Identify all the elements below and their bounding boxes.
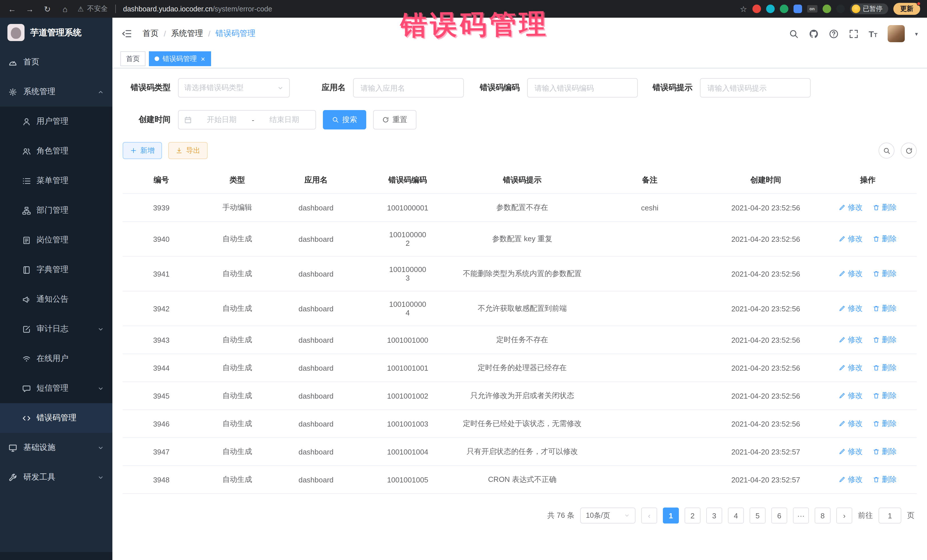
sidebar-item-notices[interactable]: 通知公告: [0, 285, 112, 314]
edit-link[interactable]: 修改: [839, 269, 863, 279]
delete-link[interactable]: 删除: [873, 391, 897, 401]
close-icon[interactable]: ×: [201, 55, 205, 63]
sidebar-item-dev-tools[interactable]: 研发工具: [0, 463, 112, 492]
filter-code-label: 错误码编码: [480, 83, 520, 93]
sidebar-item-posts[interactable]: 岗位管理: [0, 225, 112, 255]
next-page-button[interactable]: ›: [836, 508, 852, 524]
search-button[interactable]: 搜索: [323, 110, 366, 129]
fullscreen-icon[interactable]: [849, 29, 858, 38]
edit-link[interactable]: 修改: [839, 202, 863, 213]
edit-link[interactable]: 修改: [839, 475, 863, 485]
browser-forward-icon[interactable]: →: [24, 4, 35, 14]
infra-icon: [9, 443, 17, 452]
delete-link[interactable]: 删除: [873, 234, 897, 244]
delete-link[interactable]: 删除: [873, 363, 897, 373]
delete-link[interactable]: 删除: [873, 202, 897, 213]
font-size-icon[interactable]: TT: [869, 29, 877, 38]
cell-actions: 修改 删除: [819, 466, 917, 493]
date-range-picker[interactable]: 开始日期 - 结束日期: [178, 110, 316, 129]
extension-red-icon[interactable]: [752, 5, 761, 13]
breadcrumb-system[interactable]: 系统管理: [171, 29, 203, 39]
refresh-table-button[interactable]: [901, 143, 917, 159]
sidebar-item-system[interactable]: 系统管理: [0, 77, 112, 107]
security-indicator[interactable]: ⚠ 不安全: [78, 4, 108, 14]
sidebar-item-roles[interactable]: 角色管理: [0, 136, 112, 166]
delete-link[interactable]: 删除: [873, 304, 897, 314]
help-icon[interactable]: [828, 29, 838, 38]
sidebar-item-audit-logs[interactable]: 审计日志: [0, 314, 112, 344]
trash-icon: [873, 364, 880, 371]
edit-link[interactable]: 修改: [839, 419, 863, 429]
tab-error-codes[interactable]: 错误码管理 ×: [149, 51, 211, 66]
extension-teal-icon[interactable]: [766, 5, 774, 13]
browser-back-icon[interactable]: ←: [7, 4, 17, 14]
pagination: 共 76 条 10条/页 ‹ 1 2 3 4 5 6 ··· 8 › 前往: [123, 508, 917, 524]
cell-msg: 不能删除类型为系统内置的参数配置: [458, 256, 587, 291]
edit-link[interactable]: 修改: [839, 363, 863, 373]
page-button-8[interactable]: 8: [815, 508, 831, 524]
address-bar[interactable]: dashboard.yudao.iocoder.cn/system/error-…: [123, 5, 272, 13]
goto-page-input[interactable]: [878, 508, 901, 524]
delete-link[interactable]: 删除: [873, 419, 897, 429]
app-name-input[interactable]: [353, 78, 464, 97]
sidebar-item-error-codes[interactable]: 错误码管理: [0, 403, 112, 433]
sidebar-item-home[interactable]: 首页: [0, 47, 112, 77]
delete-link[interactable]: 删除: [873, 475, 897, 485]
add-button[interactable]: 新增: [123, 142, 162, 159]
browser-home-icon[interactable]: ⌂: [60, 4, 70, 14]
edit-link[interactable]: 修改: [839, 304, 863, 314]
trash-icon: [873, 448, 880, 455]
error-msg-input[interactable]: [700, 78, 811, 97]
show-search-button[interactable]: [878, 143, 895, 159]
online-icon: [22, 354, 31, 363]
bookmark-star-icon[interactable]: ☆: [740, 4, 747, 14]
error-code-input[interactable]: [527, 78, 638, 97]
caret-down-icon[interactable]: ▾: [915, 30, 918, 37]
page-button-3[interactable]: 3: [706, 508, 722, 524]
trash-icon: [873, 204, 880, 211]
delete-link[interactable]: 删除: [873, 269, 897, 279]
sidebar-item-online-users[interactable]: 在线用户: [0, 344, 112, 373]
extension-pin-icon[interactable]: [836, 5, 845, 13]
edit-link[interactable]: 修改: [839, 446, 863, 457]
table-row: 3946 自动生成 dashboard 1001001003 定时任务已经处于该…: [123, 410, 917, 438]
breadcrumb-home[interactable]: 首页: [143, 29, 159, 39]
sidebar-item-dictionary[interactable]: 字典管理: [0, 255, 112, 285]
page-button-1[interactable]: 1: [663, 508, 679, 524]
page-button-4[interactable]: 4: [728, 508, 744, 524]
search-icon[interactable]: [789, 29, 798, 38]
reset-button[interactable]: 重置: [373, 110, 416, 129]
page-button-6[interactable]: 6: [771, 508, 787, 524]
github-icon[interactable]: [808, 29, 818, 38]
edit-link[interactable]: 修改: [839, 234, 863, 244]
update-button[interactable]: 更新: [894, 3, 920, 15]
error-type-select[interactable]: 请选择错误码类型: [178, 78, 290, 97]
delete-link[interactable]: 删除: [873, 446, 897, 457]
browser-reload-icon[interactable]: ↻: [42, 4, 53, 14]
sidebar-fold-icon[interactable]: [122, 29, 132, 39]
cell-time: 2021-04-20 23:52:56: [713, 256, 819, 291]
sidebar-item-sms[interactable]: 短信管理: [0, 373, 112, 403]
user-avatar[interactable]: [887, 25, 905, 42]
sidebar-item-users[interactable]: 用户管理: [0, 107, 112, 136]
sidebar-item-menus[interactable]: 菜单管理: [0, 166, 112, 196]
extension-blue-puzzle-icon[interactable]: [793, 5, 802, 13]
megaphone-icon: [22, 295, 31, 304]
paused-badge[interactable]: 已暂停: [850, 3, 888, 14]
page-button-2[interactable]: 2: [685, 508, 701, 524]
sidebar-item-infrastructure[interactable]: 基础设施: [0, 433, 112, 463]
export-button[interactable]: 导出: [168, 142, 208, 159]
edit-link[interactable]: 修改: [839, 391, 863, 401]
delete-link[interactable]: 删除: [873, 335, 897, 345]
chevron-down-icon: [97, 385, 104, 392]
extension-on-badge[interactable]: on: [807, 5, 817, 12]
page-size-select[interactable]: 10条/页: [580, 508, 635, 524]
more-pages-button[interactable]: ···: [793, 508, 809, 524]
sidebar-item-departments[interactable]: 部门管理: [0, 196, 112, 225]
extension-green-check-icon[interactable]: [780, 5, 788, 13]
tab-home[interactable]: 首页: [120, 51, 146, 66]
extension-leaf-icon[interactable]: [822, 5, 831, 13]
prev-page-button[interactable]: ‹: [641, 508, 657, 524]
page-button-5[interactable]: 5: [749, 508, 766, 524]
edit-link[interactable]: 修改: [839, 335, 863, 345]
